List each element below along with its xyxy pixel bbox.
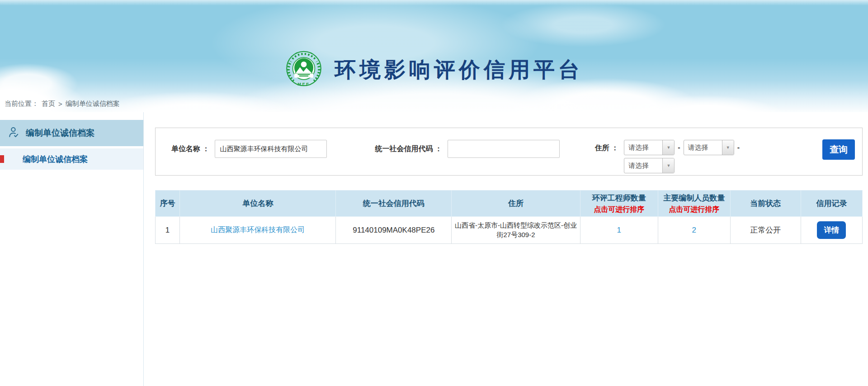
header-engineer-count-sortable[interactable]: 环评工程师数量 点击可进行排序 bbox=[580, 191, 658, 217]
header-credit-record: 信用记录 bbox=[801, 191, 862, 217]
active-marker bbox=[0, 155, 4, 163]
sort-hint[interactable]: 点击可进行排序 bbox=[581, 205, 657, 214]
results-table: 序号 单位名称 统一社会信用代码 住所 环评工程师数量 点击可进行排序 主要编制… bbox=[155, 190, 863, 244]
header-staff-count-sortable[interactable]: 主要编制人员数量 点击可进行排序 bbox=[658, 191, 730, 217]
header-staff-count-label: 主要编制人员数量 bbox=[663, 194, 725, 202]
header-address: 住所 bbox=[452, 191, 580, 217]
sidebar: 编制单位诚信档案 编制单位诚信档案 bbox=[0, 112, 144, 386]
chevron-down-icon[interactable]: ▼ bbox=[722, 140, 734, 155]
cell-credit-code: 91140109MA0K48PE26 bbox=[336, 217, 452, 244]
breadcrumb-current: 编制单位诚信档案 bbox=[66, 100, 120, 108]
sort-hint[interactable]: 点击可进行排序 bbox=[659, 205, 729, 214]
cell-company: 山西聚源丰环保科技有限公司 bbox=[180, 217, 336, 244]
page-body: 编制单位诚信档案 编制单位诚信档案 单位名称 ： 统一社会信用代码 ： 住所 ： bbox=[0, 112, 868, 386]
sidebar-header-label: 编制单位诚信档案 bbox=[26, 127, 94, 139]
site-banner: MEE 环境影响评价信用平台 当前位置： 首页 > 编制单位诚信档案 bbox=[0, 0, 868, 112]
header-credit-code: 统一社会信用代码 bbox=[336, 191, 452, 217]
engineer-count-link[interactable]: 1 bbox=[617, 226, 621, 234]
user-check-icon bbox=[7, 126, 20, 141]
mee-logo-icon: MEE bbox=[285, 51, 323, 89]
address-dash: - bbox=[678, 143, 680, 152]
address-field-group: 住所 ： 请选择 ▼ - 请选择 ▼ - bbox=[595, 140, 743, 173]
cell-index: 1 bbox=[156, 217, 180, 244]
province-select-value: 请选择 bbox=[624, 140, 662, 155]
query-button[interactable]: 查询 bbox=[822, 139, 855, 160]
cell-credit-record: 详情 bbox=[801, 217, 862, 244]
sidebar-item-archive[interactable]: 编制单位诚信档案 bbox=[0, 148, 143, 170]
banner-brand: MEE 环境影响评价信用平台 bbox=[285, 51, 583, 89]
cell-staff-count: 2 bbox=[658, 217, 730, 244]
header-status: 当前状态 bbox=[730, 191, 801, 217]
main-content: 单位名称 ： 统一社会信用代码 ： 住所 ： 请选择 ▼ - bbox=[144, 112, 868, 386]
breadcrumb-prefix: 当前位置： bbox=[5, 100, 38, 108]
address-label: 住所 ： bbox=[595, 143, 618, 153]
cell-status: 正常公开 bbox=[730, 217, 801, 244]
sidebar-item-label: 编制单位诚信档案 bbox=[23, 154, 88, 165]
credit-code-label: 统一社会信用代码 ： bbox=[375, 144, 442, 154]
table-row: 1 山西聚源丰环保科技有限公司 91140109MA0K48PE26 山西省-太… bbox=[156, 217, 863, 244]
district-select-value: 请选择 bbox=[624, 158, 662, 173]
province-select[interactable]: 请选择 ▼ bbox=[624, 140, 675, 155]
staff-count-link[interactable]: 2 bbox=[692, 226, 696, 234]
city-select-value: 请选择 bbox=[684, 140, 722, 155]
breadcrumb-separator-icon: > bbox=[58, 100, 62, 108]
table-header-row: 序号 单位名称 统一社会信用代码 住所 环评工程师数量 点击可进行排序 主要编制… bbox=[156, 191, 863, 217]
cell-address: 山西省-太原市-山西转型综改示范区-创业街27号309-2 bbox=[452, 217, 580, 244]
detail-button[interactable]: 详情 bbox=[817, 221, 846, 239]
company-name-label: 单位名称 ： bbox=[171, 144, 209, 154]
credit-code-input[interactable] bbox=[448, 140, 560, 158]
credit-code-field-group: 统一社会信用代码 ： bbox=[375, 140, 559, 158]
header-engineer-count-label: 环评工程师数量 bbox=[592, 194, 646, 202]
cell-engineer-count: 1 bbox=[580, 217, 658, 244]
site-title: 环境影响评价信用平台 bbox=[335, 56, 583, 84]
sidebar-header: 编制单位诚信档案 bbox=[0, 120, 143, 146]
address-dash: - bbox=[737, 143, 740, 152]
breadcrumb: 当前位置： 首页 > 编制单位诚信档案 bbox=[5, 100, 120, 108]
header-company: 单位名称 bbox=[180, 191, 336, 217]
search-panel: 单位名称 ： 统一社会信用代码 ： 住所 ： 请选择 ▼ - bbox=[155, 128, 863, 176]
chevron-down-icon[interactable]: ▼ bbox=[662, 158, 674, 173]
company-name-field-group: 单位名称 ： bbox=[171, 140, 327, 158]
district-select[interactable]: 请选择 ▼ bbox=[624, 158, 675, 173]
company-name-input[interactable] bbox=[215, 140, 327, 158]
header-index: 序号 bbox=[156, 191, 180, 217]
company-link[interactable]: 山西聚源丰环保科技有限公司 bbox=[211, 226, 305, 234]
breadcrumb-home-link[interactable]: 首页 bbox=[42, 100, 55, 108]
city-select[interactable]: 请选择 ▼ bbox=[684, 140, 734, 155]
chevron-down-icon[interactable]: ▼ bbox=[662, 140, 674, 155]
logo-caption: MEE bbox=[297, 82, 310, 86]
